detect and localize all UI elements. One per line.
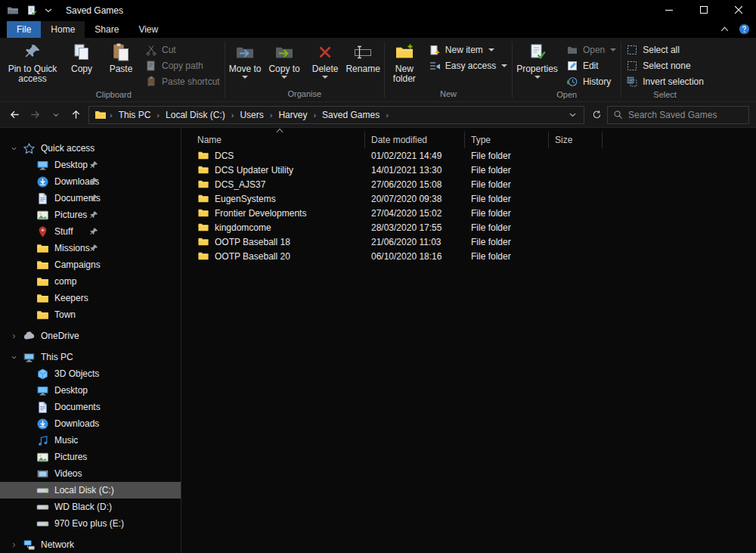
chevron-spacer: [24, 294, 35, 303]
breadcrumb-item-users[interactable]: Users: [234, 110, 268, 120]
recent-locations-button[interactable]: [45, 105, 66, 125]
breadcrumb-item-this-pc[interactable]: This PC: [113, 110, 156, 120]
sidebar-item-downloads[interactable]: Downloads: [0, 415, 181, 432]
paste-shortcut-button[interactable]: Paste shortcut: [141, 73, 225, 89]
sidebar-item-missions[interactable]: Missions: [0, 240, 181, 256]
sidebar-item-music[interactable]: Music: [0, 432, 181, 449]
chevron-down-icon[interactable]: [11, 353, 21, 362]
search-input[interactable]: [628, 110, 743, 120]
sidebar-item-label: Pictures: [54, 452, 87, 462]
chevron-right-icon[interactable]: [11, 540, 21, 549]
properties-button[interactable]: Properties: [513, 39, 562, 79]
file-row-ootp-baseball-20[interactable]: OOTP Baseball 2006/10/2020 18:16File fol…: [181, 249, 756, 263]
forward-button[interactable]: [25, 105, 45, 125]
back-button[interactable]: [5, 105, 25, 125]
help-icon[interactable]: [739, 23, 750, 35]
sidebar-item-desktop[interactable]: Desktop: [0, 382, 181, 399]
select-all-button[interactable]: Select all: [621, 42, 708, 57]
sidebar-item-onedrive[interactable]: OneDrive: [0, 328, 181, 344]
tab-home[interactable]: Home: [41, 21, 85, 38]
sidebar-item-wd-black-d[interactable]: WD Black (D:): [0, 499, 181, 515]
file-row-ootp-baseball-18[interactable]: OOTP Baseball 1821/06/2020 11:03File fol…: [181, 235, 756, 249]
tab-view[interactable]: View: [129, 21, 168, 38]
sidebar-item-pictures[interactable]: Pictures: [0, 207, 181, 223]
new-item-button[interactable]: New item: [424, 42, 512, 57]
copy-path-button[interactable]: Copy path: [141, 57, 225, 73]
rename-button[interactable]: Rename: [342, 39, 383, 75]
file-row-dcs-ajs37[interactable]: DCS_AJS3727/06/2020 15:08File folder: [181, 177, 756, 191]
refresh-button[interactable]: [587, 105, 607, 125]
open-button[interactable]: Open: [562, 42, 621, 57]
breadcrumb-item-local-disk-c[interactable]: Local Disk (C:): [160, 110, 231, 120]
file-row-dcs[interactable]: DCS01/02/2021 14:49File folder: [181, 148, 756, 163]
sidebar-item-videos[interactable]: Videos: [0, 465, 181, 482]
sidebar-item-quick-access[interactable]: Quick access: [0, 140, 181, 157]
sidebar-item-970-evo-plus-e[interactable]: 970 Evo plus (E:): [0, 515, 181, 532]
column-header-name[interactable]: Name: [181, 132, 365, 148]
sidebar-item-downloads[interactable]: Downloads: [0, 173, 181, 190]
minimize-button[interactable]: [652, 0, 686, 21]
history-button[interactable]: History: [562, 73, 621, 89]
delete-button[interactable]: Delete: [308, 39, 342, 79]
chevron-down-icon[interactable]: [11, 144, 21, 153]
properties-icon: [528, 42, 547, 62]
address-history-chevron-icon[interactable]: [565, 113, 580, 117]
column-header-size[interactable]: Size: [549, 132, 603, 148]
move-to-button[interactable]: Move to: [225, 39, 265, 79]
sidebar-item-label: Videos: [54, 468, 82, 479]
maximize-button[interactable]: [686, 0, 721, 21]
sort-ascending-icon[interactable]: [274, 128, 286, 134]
column-header-type[interactable]: Type: [465, 132, 549, 148]
new-item-label: New item: [445, 45, 483, 55]
sidebar-item-local-disk-c[interactable]: Local Disk (C:): [0, 482, 181, 499]
breadcrumb-item-harvey[interactable]: Harvey: [273, 110, 312, 120]
file-row-kingdomcome[interactable]: kingdomcome28/03/2020 17:55File folder: [181, 220, 756, 235]
quick-toolbar-properties-icon[interactable]: [26, 5, 38, 17]
sidebar-item-label: Town: [54, 309, 76, 320]
sidebar-item-pictures[interactable]: Pictures: [0, 449, 181, 465]
file-row-eugensystems[interactable]: EugenSystems20/07/2020 09:38File folder: [181, 191, 756, 206]
customize-toolbar-chevron-icon[interactable]: [45, 8, 52, 14]
sidebar-item-comp[interactable]: comp: [0, 273, 181, 290]
easy-access-button[interactable]: Easy access: [424, 57, 512, 73]
sidebar-item-desktop[interactable]: Desktop: [0, 157, 181, 173]
breadcrumb-separator-icon[interactable]: ›: [385, 110, 389, 120]
tab-file[interactable]: File: [7, 21, 41, 38]
chevron-spacer: [24, 160, 35, 169]
edit-button[interactable]: Edit: [562, 57, 621, 73]
invert-selection-button[interactable]: Invert selection: [621, 73, 708, 89]
select-none-button[interactable]: Select none: [621, 57, 708, 73]
collapse-ribbon-icon[interactable]: [719, 23, 730, 35]
pin-to-quick-access-button[interactable]: Pin to Quick access: [3, 39, 62, 85]
new-folder-button[interactable]: New folder: [385, 39, 424, 85]
chevron-right-icon[interactable]: [11, 331, 21, 340]
file-date-modified: 21/06/2020 11:03: [365, 237, 465, 247]
sidebar-item-town[interactable]: Town: [0, 306, 181, 323]
close-button[interactable]: [721, 0, 756, 21]
invert-selection-icon: [626, 76, 638, 88]
column-header-date-modified[interactable]: Date modified: [365, 132, 465, 148]
sidebar-item-documents[interactable]: Documents: [0, 399, 181, 415]
sidebar-item-documents[interactable]: Documents: [0, 190, 181, 207]
sidebar-item-3d-objects[interactable]: 3D Objects: [0, 365, 181, 382]
sidebar-item-label: Missions: [54, 243, 90, 253]
copy-button[interactable]: Copy: [62, 39, 101, 75]
select-none-icon: [626, 60, 638, 72]
paste-button[interactable]: Paste: [101, 39, 141, 75]
copy-to-button[interactable]: Copy to: [265, 39, 303, 79]
sidebar-item-stuff[interactable]: Stuff: [0, 223, 181, 240]
file-row-dcs-updater-utility[interactable]: DCS Updater Utility14/01/2021 13:30File …: [181, 163, 756, 177]
address-bar[interactable]: › This PC›Local Disk (C:)›Users›Harvey›S…: [88, 106, 584, 124]
chevron-spacer: [24, 194, 35, 203]
up-button[interactable]: [66, 105, 86, 125]
sidebar-item-campaigns[interactable]: Campaigns: [0, 256, 181, 273]
tab-share[interactable]: Share: [85, 21, 129, 38]
file-row-frontier-developments[interactable]: Frontier Developments27/04/2020 15:02Fil…: [181, 206, 756, 220]
sidebar-item-keepers[interactable]: Keepers: [0, 290, 181, 306]
sidebar-item-network[interactable]: Network: [0, 536, 181, 553]
file-name: kingdomcome: [215, 222, 271, 233]
sidebar-item-this-pc[interactable]: This PC: [0, 349, 181, 365]
cut-button[interactable]: Cut: [141, 42, 225, 57]
breadcrumb-item-saved-games[interactable]: Saved Games: [317, 110, 385, 120]
search-box[interactable]: [607, 106, 749, 124]
